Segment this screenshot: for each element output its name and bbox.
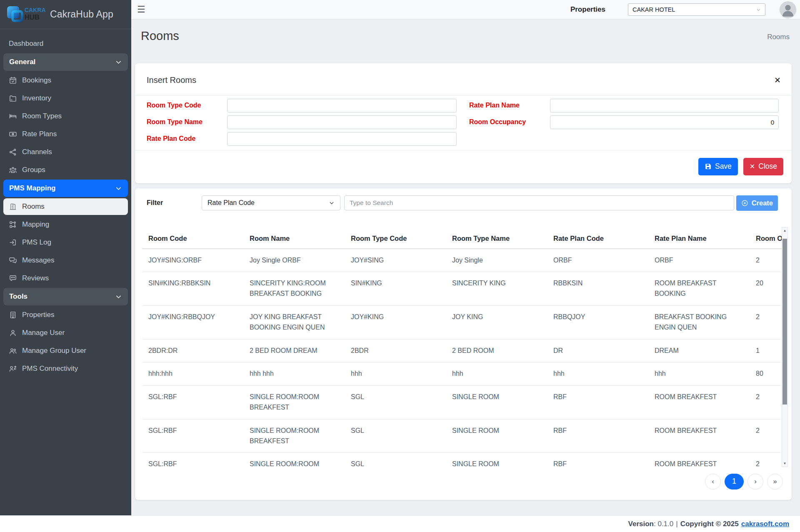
table-cell: JOY#SING:ORBF <box>142 249 243 272</box>
version-value: 0.1.0 <box>658 520 673 528</box>
room-type-name-field[interactable] <box>227 115 457 129</box>
sidebar-item-pms-connectivity[interactable]: PMS Connectivity <box>3 360 128 377</box>
comments-icon <box>9 256 17 265</box>
room-type-code-label: Room Type Code <box>147 102 227 109</box>
close-button[interactable]: ✕ Close <box>743 158 783 175</box>
scrollbar-down-arrow[interactable]: ▼ <box>782 460 788 467</box>
sidebar-item-manage-user[interactable]: Manage User <box>3 325 128 341</box>
table-cell: SGL <box>345 386 446 420</box>
sidebar-item-properties[interactable]: Properties <box>3 307 128 323</box>
table-row: JOY#KING:RBBQJOYJOY KING BREAKFAST BOOKI… <box>142 306 782 340</box>
property-select[interactable]: CAKAR HOTEL <box>628 3 765 16</box>
sidebar-item-rate-plans[interactable]: Rate Plans <box>3 126 128 142</box>
table-row: SIN#KING:RBBKSINSINCERITY KING:ROOM BREA… <box>142 272 782 306</box>
floppy-save-icon <box>705 163 712 170</box>
table-cell: SGL <box>345 419 446 453</box>
table-cell: hhh:hhh <box>142 362 243 386</box>
close-icon[interactable]: ✕ <box>774 76 781 84</box>
brand: CAKRA HUB CakraHub App <box>0 0 131 29</box>
table-cell: JOY#KING <box>345 306 446 340</box>
sidebar-item-manage-group-user[interactable]: Manage Group User <box>3 342 128 359</box>
table-cell: BREAKFAST BOOKING ENGIN QUEN <box>648 306 750 340</box>
filter-field-select[interactable]: Rate Plan Code <box>202 195 340 210</box>
table-row: SGL:RBFSINGLE ROOM:ROOM BREAKFESTSGLSING… <box>142 419 782 453</box>
save-button[interactable]: Save <box>698 158 738 175</box>
sidebar-item-label: PMS Log <box>22 238 51 247</box>
hamburger-menu-icon[interactable]: ☰ <box>137 5 145 14</box>
sidebar-item-label: Mapping <box>22 220 49 229</box>
scrollbar-up-arrow[interactable]: ▲ <box>782 227 788 234</box>
logo-text-hub: HUB <box>25 13 40 21</box>
room-type-code-field[interactable] <box>227 99 457 112</box>
table-cell: hhh <box>648 362 750 386</box>
pagination: ‹ 1 › » <box>135 467 792 500</box>
table-row: SGL:RBFSINGLE ROOM:ROOM BREAKFESTSGLSING… <box>142 453 782 467</box>
top-navbar: ☰ Properties CAKAR HOTEL <box>131 0 800 20</box>
sidebar-section-pms-mapping[interactable]: PMS Mapping <box>3 180 128 197</box>
x-close-icon: ✕ <box>750 162 755 170</box>
sidebar-item-channels[interactable]: Channels <box>3 144 128 160</box>
sidebar-section-general[interactable]: General <box>3 53 128 71</box>
sidebar-item-inventory[interactable]: Inventory <box>3 90 128 107</box>
rate-plan-code-field[interactable] <box>227 132 457 146</box>
pagination-page-1-button[interactable]: 1 <box>725 474 744 490</box>
table-cell: SGL <box>345 453 446 467</box>
sidebar-item-label: Groups <box>22 166 45 174</box>
table-cell: ROOM BREAKFEST <box>648 386 750 420</box>
table-cell: 2 <box>750 453 782 467</box>
table-row: hhh:hhhhhh hhhhhhhhhhhhhhh80 <box>142 362 782 386</box>
cakrasoft-link[interactable]: cakrasoft.com <box>741 520 789 528</box>
sidebar-item-label: Messages <box>22 256 54 265</box>
sidebar-item-pms-log[interactable]: PMS Log <box>3 234 128 251</box>
sidebar-section-tools[interactable]: Tools <box>3 288 128 305</box>
table-cell: ORBF <box>547 249 648 272</box>
table-cell: ORBF <box>648 249 750 272</box>
rooms-list-card: Filter Rate Plan Code Create <box>135 188 792 500</box>
table-cell: 1 <box>750 339 782 362</box>
room-occupancy-field[interactable] <box>550 115 779 129</box>
table-cell: SIN#KING:RBBKSIN <box>142 272 243 306</box>
table-scrollbar[interactable]: ▲ ▼ <box>782 227 788 467</box>
pagination-last-button[interactable]: » <box>767 474 783 490</box>
users-icon <box>9 347 17 355</box>
table-cell: ROOM BREAKFAST BOOKING <box>648 272 750 306</box>
pagination-next-button[interactable]: › <box>748 474 763 490</box>
rate-plan-name-label: Rate Plan Name <box>469 102 550 109</box>
table-cell: ROOM BREAKFEST <box>648 453 750 467</box>
sidebar-item-label: Inventory <box>22 94 51 102</box>
sidebar-item-label: Manage Group User <box>22 347 86 355</box>
building-icon <box>9 311 17 319</box>
create-button[interactable]: Create <box>736 195 778 211</box>
review-stars-icon <box>9 274 17 282</box>
sidebar-item-messages[interactable]: Messages <box>3 252 128 269</box>
table-cell: SIN#KING <box>345 272 446 306</box>
scrollbar-thumb[interactable] <box>782 239 787 405</box>
sidebar: CAKRA HUB CakraHub App Dashboard General… <box>0 0 131 515</box>
footer: Version: 0.1.0 | Copyright © 2025 cakras… <box>0 515 800 532</box>
sidebar-item-bookings[interactable]: Bookings <box>3 72 128 89</box>
filter-select-value: Rate Plan Code <box>208 199 255 207</box>
column-header-room-type-name: Room Type Name <box>446 227 547 249</box>
sidebar-item-groups[interactable]: Groups <box>3 162 128 178</box>
sidebar-item-reviews[interactable]: Reviews <box>3 270 128 287</box>
sidebar-item-dashboard[interactable]: Dashboard <box>3 35 128 52</box>
sidebar-section-label: Tools <box>9 292 28 301</box>
column-header-rate-plan-name: Rate Plan Name <box>648 227 750 249</box>
rate-plan-name-field[interactable] <box>550 99 779 112</box>
sidebar-item-room-types[interactable]: Room Types <box>3 108 128 125</box>
sidebar-item-label: Room Types <box>22 112 62 120</box>
version-label: Version <box>628 520 654 528</box>
pagination-prev-button[interactable]: ‹ <box>705 474 721 490</box>
user-avatar[interactable] <box>780 1 796 18</box>
filter-label: Filter <box>147 199 202 207</box>
table-cell: RBBKSIN <box>547 272 648 306</box>
table-cell: SINGLE ROOM:ROOM BREAKFEST <box>243 453 345 467</box>
column-header-room-name: Room Name <box>243 227 345 249</box>
table-row: SGL:RBFSINGLE ROOM:ROOM BREAKFESTSGLSING… <box>142 386 782 420</box>
table-cell: SINGLE ROOM <box>446 453 547 467</box>
table-cell: SINGLE ROOM <box>446 419 547 453</box>
table-cell: SINCERITY KING:ROOM BREAKFAST BOOKING <box>243 272 345 306</box>
search-input[interactable] <box>344 195 734 210</box>
sidebar-item-mapping[interactable]: Mapping <box>3 216 128 233</box>
sidebar-item-rooms[interactable]: Rooms <box>3 198 128 215</box>
